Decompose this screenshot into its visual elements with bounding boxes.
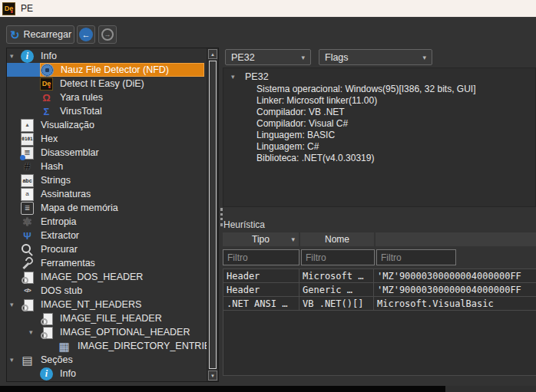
tree-item-content: abcStrings <box>21 173 76 187</box>
sidebar-item-nauz-file-detector-nfd[interactable]: Nauz File Detector (NFD) <box>7 63 206 77</box>
flags-combobox[interactable]: Flags ▾ <box>319 49 432 65</box>
tree-item-content: 0101Hex <box>21 132 63 146</box>
expander-icon[interactable]: ▾ <box>10 301 21 308</box>
tree-indent <box>7 242 21 256</box>
tree-indent <box>7 91 40 104</box>
expander-icon[interactable]: ▾ <box>231 73 242 81</box>
sidebar-item-yara-rules[interactable]: ΩYara rules <box>7 91 206 104</box>
tree-indent <box>7 173 21 187</box>
detect-result-line: Linguagem: BASIC <box>256 130 535 141</box>
tree-item-label: Mapa de memória <box>38 202 121 214</box>
sidebar-item-assinaturas[interactable]: aAssinaturas <box>7 187 206 201</box>
sidebar-item-image-file-header[interactable]: IMAGE_FILE_HEADER <box>7 311 206 325</box>
sidebar-item-virustotal[interactable]: ΣVirusTotal <box>7 104 206 118</box>
filter-input-value[interactable] <box>376 249 456 265</box>
column-header-nome[interactable]: Nome <box>300 232 374 246</box>
tree-item-label: Info <box>58 367 78 380</box>
tree-item-content: ▦IMAGE_DIRECTORY_ENTRIES <box>58 339 223 353</box>
splitter-handle[interactable] <box>220 208 223 226</box>
detect-result-line: Linker: Microsoft linker(11.00) <box>256 95 535 107</box>
tree-item-content: IMAGE_OPTIONAL_HEADER <box>40 325 196 339</box>
heuristics-table-row[interactable]: HeaderMicrosoft …'MZ'9000030000000400000… <box>223 269 536 283</box>
tree-item-content: Procurar <box>21 242 83 256</box>
sidebar-item-image-nt-headers[interactable]: ▾IMAGE_NT_HEADERS <box>7 298 206 311</box>
reload-button[interactable]: ↻ Recarregar <box>6 25 74 44</box>
document-icon <box>40 312 53 325</box>
sidebar-item-detect-it-easy-die[interactable]: DeDetect It Easy (DiE) <box>7 77 206 91</box>
expander-icon[interactable]: ▾ <box>10 356 21 364</box>
tree-item-label: IMAGE_DIRECTORY_ENTRIES <box>75 340 220 352</box>
sidebar-item-ferramentas[interactable]: Ferramentas <box>7 256 206 270</box>
sidebar-item-image-dos-header[interactable]: IMAGE_DOS_HEADER <box>7 270 206 284</box>
scroll-up-button[interactable]: ▲ <box>208 49 217 59</box>
tree-indent: ▾ <box>7 298 21 311</box>
detect-result-line: Biblioteca: .NET(v4.0.30319) <box>256 153 535 164</box>
sidebar-item-hash[interactable]: #Hash <box>7 160 206 173</box>
tree-item-label: Procurar <box>38 243 80 255</box>
expander-icon[interactable]: ▾ <box>10 52 21 60</box>
cell-nome: Generic … <box>299 283 374 297</box>
reload-button-label: Recarregar <box>24 29 72 40</box>
back-arrow-icon: ← <box>79 28 93 41</box>
sidebar-item-procurar[interactable]: Procurar <box>7 242 206 256</box>
sidebar-scrollbar[interactable]: ▲ ▼ <box>207 48 218 381</box>
tree-item-content: DeDetect It Easy (DiE) <box>40 77 150 91</box>
detect-root-label: PE32 <box>245 71 269 82</box>
sidebar-item-disassemblar[interactable]: ≣Disassemblar <box>7 146 206 160</box>
tree-indent <box>7 63 40 77</box>
tree-item-label: Info <box>38 50 59 62</box>
scrollbar-thumb[interactable] <box>209 61 217 369</box>
file-type-combobox[interactable]: PE32 ▾ <box>225 49 311 65</box>
heuristics-table-row[interactable]: HeaderGeneric …'MZ'90000300000004000000F… <box>223 283 536 297</box>
nfd-icon <box>41 64 54 77</box>
sidebar-item-visualiza-o[interactable]: ▴Visualização <box>7 118 206 132</box>
die-icon: De <box>40 77 53 91</box>
column-header-value[interactable] <box>376 232 536 246</box>
sidebar-item-hex[interactable]: 0101Hex <box>7 132 206 146</box>
heuristics-table-header: Tipo ▾ Nome <box>223 232 536 246</box>
heuristics-table-row[interactable]: .NET ANSI …VB .NET()[]Microsoft.VisualBa… <box>223 297 536 311</box>
sidebar-item-info[interactable]: ▾iInfo <box>7 49 206 63</box>
code-icon: </> <box>21 285 34 298</box>
tree-indent <box>7 77 40 91</box>
back-button[interactable]: ← <box>77 25 95 44</box>
sidebar-item-dos-stub[interactable]: </>DOS stub <box>7 284 206 298</box>
background-window-strip <box>0 386 445 392</box>
forward-button[interactable]: → <box>98 25 117 44</box>
tree-item-label: Visualização <box>38 119 97 131</box>
cell-tipo: Header <box>223 269 299 283</box>
filter-input-tipo[interactable] <box>223 249 299 265</box>
sidebar-item-entropia[interactable]: ∗Entropia <box>7 215 206 229</box>
tree-indent <box>7 270 21 284</box>
tree-item-content: ΣVirusTotal <box>40 104 108 118</box>
sidebar-item-image-optional-header[interactable]: ▾IMAGE_OPTIONAL_HEADER <box>7 325 206 339</box>
tree-item-label: DOS stub <box>38 285 84 297</box>
tree-item-content: #Hash <box>21 160 68 173</box>
sidebar-item-se-es[interactable]: ▾▤Seções <box>7 353 206 367</box>
column-header-tipo[interactable]: Tipo ▾ <box>223 232 299 246</box>
tree-item-content: ∗Entropia <box>21 215 82 229</box>
tree-item-label: Entropia <box>38 216 79 228</box>
document-icon <box>21 271 34 284</box>
tree-indent <box>7 201 21 215</box>
tree-item-label: IMAGE_OPTIONAL_HEADER <box>58 326 193 338</box>
hash-icon: # <box>21 160 34 173</box>
filter-input-nome[interactable] <box>301 249 375 265</box>
sidebar-tree: ▾iInfoNauz File Detector (NFD)DeDetect I… <box>7 49 206 380</box>
tree-indent: ▾ <box>7 49 21 63</box>
sidebar-item-info[interactable]: iInfo <box>7 367 206 380</box>
sidebar-item-extractor[interactable]: ΨExtractor <box>7 229 206 242</box>
sidebar-item-strings[interactable]: abcStrings <box>7 173 206 187</box>
tree-indent <box>7 284 21 298</box>
tree-item-label: IMAGE_DOS_HEADER <box>38 271 145 283</box>
sections-icon: ▤ <box>21 354 34 367</box>
sidebar-item-image-directory-entries[interactable]: ▦IMAGE_DIRECTORY_ENTRIES <box>7 339 206 353</box>
detect-root-node[interactable]: ▾ PE32 <box>223 68 535 84</box>
expander-icon[interactable]: ▾ <box>29 328 40 336</box>
tree-item-content: ≣Mapa de memória <box>21 201 124 215</box>
flags-value: Flags <box>325 52 349 63</box>
chevron-down-icon: ▾ <box>301 54 305 61</box>
scroll-down-button[interactable]: ▼ <box>208 371 217 380</box>
sidebar-item-mapa-de-mem-ria[interactable]: ≣Mapa de memória <box>7 201 206 215</box>
cell-nome: VB .NET()[] <box>299 297 374 311</box>
